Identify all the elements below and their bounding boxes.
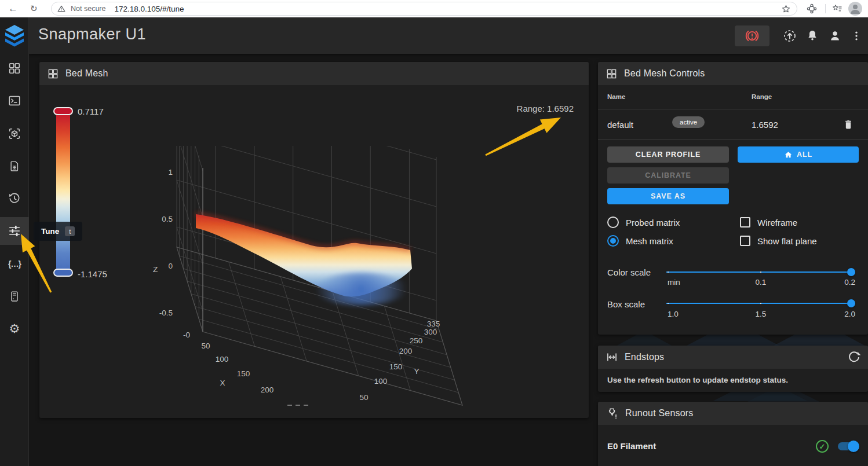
y-tick: 335 bbox=[427, 320, 440, 328]
dashboard-icon bbox=[8, 62, 21, 75]
radio-checked-icon bbox=[607, 235, 619, 247]
wireframe-checkbox[interactable]: Wireframe bbox=[740, 217, 797, 228]
mesh-matrix-radio[interactable]: Mesh matrix bbox=[607, 235, 673, 247]
sidebar-item-settings[interactable]: ⚙ bbox=[0, 316, 29, 342]
box-scale-slider-thumb[interactable] bbox=[847, 299, 855, 307]
bed-mesh-title: Bed Mesh bbox=[65, 68, 108, 79]
url-text: 172.18.0.105/#/tune bbox=[114, 5, 184, 13]
clear-profile-button[interactable]: CLEAR PROFILE bbox=[607, 146, 729, 163]
box-scale-slider[interactable] bbox=[666, 299, 855, 307]
filament-sensor-row: E0 Filament ✓ bbox=[598, 435, 868, 458]
x-tick: 200 bbox=[261, 386, 274, 394]
radio-unchecked-icon bbox=[607, 217, 619, 228]
toolbar-divider bbox=[825, 4, 826, 13]
security-label: Not secure bbox=[71, 5, 105, 13]
endstops-icon bbox=[606, 351, 618, 363]
emergency-stop-button[interactable] bbox=[735, 25, 769, 46]
y-axis-label: Y bbox=[414, 367, 419, 376]
runout-title: Runout Sensors bbox=[625, 408, 694, 419]
save-as-button[interactable]: SAVE AS bbox=[607, 188, 729, 204]
bed-mesh-panel: Bed Mesh 0.7117 -1.1475 Range: 1.6592 bbox=[39, 62, 589, 418]
tooltip-label: Tune bbox=[41, 227, 59, 236]
sidebar-item-console[interactable] bbox=[0, 88, 29, 113]
z-tick: 1 bbox=[168, 168, 173, 177]
probed-matrix-radio[interactable]: Probed matrix bbox=[607, 217, 680, 228]
sidebar-item-preview[interactable] bbox=[0, 121, 29, 146]
kebab-menu-icon[interactable] bbox=[851, 29, 862, 43]
color-scale-label: Color scale bbox=[607, 267, 651, 277]
bed-mesh-controls-panel: Bed Mesh Controls Name Range default act… bbox=[598, 62, 868, 335]
user-icon[interactable] bbox=[828, 29, 842, 43]
z-tick: 0 bbox=[168, 262, 173, 270]
gcode-preview-icon bbox=[8, 127, 21, 140]
home-all-button[interactable]: ALL bbox=[738, 146, 859, 163]
console-icon bbox=[8, 94, 21, 107]
z-axis-label: Z bbox=[153, 265, 158, 274]
settings-gear-icon: ⚙ bbox=[9, 322, 20, 336]
history-icon bbox=[8, 192, 21, 205]
active-badge: active bbox=[672, 116, 705, 128]
sensor-toggle[interactable] bbox=[838, 442, 858, 450]
address-bar[interactable]: Not secure 172.18.0.105/#/tune bbox=[51, 2, 797, 16]
bed-mesh-3d-plot[interactable]: 1 0.5 0 -0.5 Z -0 50 100 150 200 X 335 3… bbox=[138, 146, 486, 418]
y-tick: 100 bbox=[374, 377, 388, 386]
sidebar-item-history[interactable] bbox=[0, 186, 29, 211]
sensor-ok-icon: ✓ bbox=[816, 440, 829, 453]
jobs-file-icon bbox=[9, 160, 20, 173]
table-divider bbox=[598, 109, 868, 109]
endstops-message: Use the refresh button to update endstop… bbox=[607, 376, 788, 384]
sidebar-item-dashboard[interactable] bbox=[0, 56, 29, 81]
endstops-panel-header: Endstops bbox=[598, 346, 868, 369]
runout-sensors-panel: Runout Sensors E0 Filament ✓ bbox=[598, 402, 868, 466]
reading-list-icon[interactable] bbox=[832, 3, 843, 14]
colorbar-max-handle[interactable] bbox=[53, 107, 73, 115]
delete-profile-icon[interactable] bbox=[843, 119, 854, 130]
browser-reload-icon[interactable]: ↻ bbox=[30, 0, 38, 17]
flat-plane-checkbox[interactable]: Show flat plane bbox=[740, 236, 817, 246]
column-header-name: Name bbox=[607, 93, 625, 100]
controls-panel-header: Bed Mesh Controls bbox=[598, 62, 868, 85]
tune-icon bbox=[8, 225, 21, 237]
endstops-title: Endstops bbox=[625, 352, 664, 362]
y-tick: 50 bbox=[359, 393, 368, 402]
x-axis-label: X bbox=[220, 379, 225, 387]
main-content: Bed Mesh 0.7117 -1.1475 Range: 1.6592 bbox=[29, 54, 868, 466]
y-tick: 150 bbox=[389, 362, 403, 371]
plot-canvas bbox=[138, 146, 486, 418]
refresh-endstops-icon[interactable] bbox=[847, 350, 861, 364]
notifications-bell-icon[interactable] bbox=[805, 29, 819, 43]
sensor-name: E0 Filament bbox=[607, 441, 656, 451]
sidebar-item-jobs[interactable] bbox=[0, 153, 29, 179]
update-status-icon[interactable] bbox=[783, 29, 797, 43]
table-divider bbox=[598, 140, 868, 140]
x-tick: 100 bbox=[216, 355, 229, 364]
runout-sensor-icon bbox=[606, 408, 618, 420]
calibrate-button[interactable]: CALIBRATE bbox=[607, 167, 729, 184]
color-scale-slider-thumb[interactable] bbox=[847, 268, 855, 276]
x-tick: 150 bbox=[237, 369, 250, 378]
runout-panel-header: Runout Sensors bbox=[598, 402, 868, 425]
color-scale-slider[interactable] bbox=[666, 268, 855, 276]
home-icon bbox=[784, 151, 793, 159]
bookmark-star-icon[interactable] bbox=[781, 4, 791, 14]
grid-icon bbox=[606, 68, 617, 79]
mesh-range-label: Range: 1.6592 bbox=[517, 104, 574, 113]
sidebar-item-system[interactable] bbox=[0, 284, 29, 309]
fluidd-logo[interactable] bbox=[5, 24, 24, 47]
tooltip-shortcut-key: t bbox=[65, 226, 75, 236]
z-tick: -0.5 bbox=[159, 309, 173, 317]
box-scale-label: Box scale bbox=[607, 299, 645, 309]
tune-tooltip: Tune t bbox=[34, 222, 82, 241]
x-tick: 50 bbox=[201, 342, 210, 350]
colorbar-min-handle[interactable] bbox=[53, 269, 73, 277]
y-tick: 300 bbox=[424, 328, 437, 336]
extensions-icon[interactable] bbox=[807, 3, 817, 14]
browser-chrome: ← ↻ Not secure 172.18.0.105/#/tune bbox=[0, 0, 868, 17]
sidebar-item-macros[interactable]: {…} bbox=[0, 251, 29, 277]
sidebar-item-tune[interactable] bbox=[0, 217, 29, 245]
browser-profile-avatar[interactable] bbox=[848, 2, 862, 16]
browser-back-icon[interactable]: ← bbox=[8, 0, 18, 17]
colorbar-min-value: -1.1475 bbox=[78, 269, 107, 279]
checkbox-unchecked-icon bbox=[740, 217, 750, 228]
y-tick: 200 bbox=[399, 347, 413, 355]
